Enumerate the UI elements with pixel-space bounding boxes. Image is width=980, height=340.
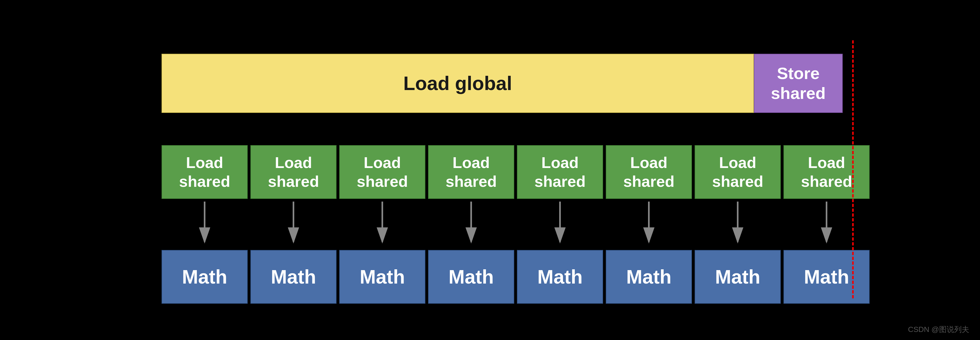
row3-container: Math Math Math Math Math Math Math Math [162,250,870,304]
math-box-8: Math [783,250,870,304]
arrows-svg [162,199,875,250]
math-box-1: Math [162,250,248,304]
math-box-6: Math [606,250,692,304]
row1-container: Load global Storeshared [162,54,843,113]
math-label-2: Math [271,266,316,288]
math-label-4: Math [449,266,494,288]
math-label-1: Math [182,266,227,288]
red-dashed-line [852,40,854,298]
load-global-label: Load global [403,72,512,94]
load-shared-box-7: Loadshared [695,145,781,199]
load-global-box: Load global [162,54,754,113]
math-box-3: Math [339,250,425,304]
math-label-6: Math [626,266,671,288]
load-shared-box-1: Loadshared [162,145,248,199]
store-shared-box: Storeshared [754,54,843,113]
watermark: CSDN @图说列夫 [908,324,969,335]
math-box-5: Math [517,250,603,304]
store-shared-label: Storeshared [771,63,826,103]
arrows-container [162,199,875,250]
math-label-3: Math [360,266,405,288]
load-shared-box-2: Loadshared [250,145,337,199]
diagram-container: Load global Storeshared Loadshared Loads… [0,0,980,340]
math-box-7: Math [695,250,781,304]
load-shared-box-6: Loadshared [606,145,692,199]
math-box-2: Math [250,250,337,304]
load-shared-box-8: Loadshared [783,145,870,199]
load-shared-box-5: Loadshared [517,145,603,199]
math-label-7: Math [715,266,760,288]
load-shared-box-4: Loadshared [428,145,514,199]
math-label-8: Math [804,266,849,288]
math-label-5: Math [538,266,582,288]
math-box-4: Math [428,250,514,304]
row2-container: Loadshared Loadshared Loadshared Loadsha… [162,145,870,199]
watermark-text: CSDN @图说列夫 [908,325,969,334]
load-shared-box-3: Loadshared [339,145,425,199]
